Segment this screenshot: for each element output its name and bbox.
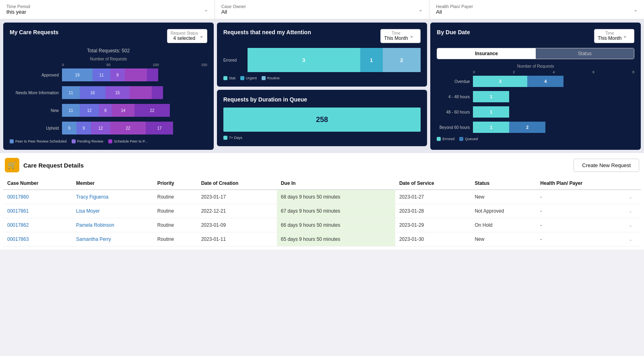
due-date-time-dropdown[interactable]: Time This Month ⌄ [594, 29, 634, 43]
due-in-cell: 65 days 9 hours 50 minutes [277, 232, 395, 246]
seg: 11 [93, 68, 110, 81]
due-label-4-48: 4 - 48 hours [437, 95, 473, 99]
date-creation-cell: 2022-12-21 [197, 204, 277, 218]
bar-label-new: New [10, 108, 62, 113]
date-creation-cell: 2023-01-11 [197, 232, 277, 246]
case-number-cell[interactable]: 00017862 [3, 218, 72, 232]
legend-stat: Stat [223, 76, 235, 80]
request-status-dropdown[interactable]: Request Status 4 selected ⌄ [167, 29, 207, 43]
bar-segs-nmi: 11 16 15 [62, 86, 163, 99]
attention-header: Requests that need my Attention Time Thi… [223, 29, 421, 43]
legend-label: Pending Review [77, 139, 103, 143]
case-number-cell[interactable]: 00017860 [3, 190, 72, 204]
case-number-cell[interactable]: 00017863 [3, 232, 72, 246]
due-bar-4-48: 4 - 48 hours 1 [437, 91, 634, 102]
due-in-cell: 68 days 9 hours 50 minutes [277, 190, 395, 204]
legend-peer: Peer to Peer Review Scheduled [10, 139, 67, 143]
legend-color [437, 137, 441, 141]
status-cell: On Hold [471, 218, 536, 232]
attention-time-dropdown[interactable]: Time This Month ⌄ [380, 29, 421, 43]
middle-column: Requests that need my Attention Time Thi… [217, 23, 427, 150]
due-segs-beyond-60: 1 2 [473, 122, 545, 133]
due-seg: 1 [473, 122, 509, 133]
member-cell[interactable]: Tracy Figueroa [72, 190, 153, 204]
attention-title: Requests that need my Attention [223, 29, 311, 35]
date-service-cell: 2023-01-27 [395, 190, 471, 204]
care-request-details-header: 🛒 Care Request Details Create New Reques… [3, 153, 641, 177]
care-icon-symbol: 🛒 [8, 161, 17, 170]
legend-color [240, 76, 244, 80]
legend-color [108, 139, 112, 143]
row-expand[interactable]: ⌄ [625, 190, 641, 204]
member-cell[interactable]: Samantha Perry [72, 232, 153, 246]
attention-time-value: This Month [384, 35, 408, 41]
legend-urgent: Urgent [240, 76, 257, 80]
tab-insurance[interactable]: Insurance [437, 48, 535, 59]
seg [152, 86, 163, 99]
legend-label: Peer to Peer Review Scheduled [15, 139, 67, 143]
col-expand [625, 177, 641, 190]
due-seg: 4 [527, 76, 564, 87]
date-service-cell: 2023-01-29 [395, 218, 471, 232]
due-bar-beyond-60: Beyond 60 hours 1 2 [437, 122, 634, 133]
case-number-cell[interactable]: 00017861 [3, 204, 72, 218]
col-priority: Priority [153, 177, 197, 190]
health-plan-cell: - [536, 190, 624, 204]
priority-cell: Routine [153, 204, 197, 218]
filter-bar: Time Period this year ⌄ Case Owner All ⌄… [0, 0, 644, 19]
due-label-overdue: Overdue [437, 79, 473, 84]
member-cell[interactable]: Pamela Robinson [72, 218, 153, 232]
date-service-cell: 2023-01-28 [395, 204, 471, 218]
case-owner-label: Case Owner [221, 4, 246, 9]
row-expand[interactable]: ⌄ [625, 204, 641, 218]
bar-segs-approved: 19 11 9 [62, 68, 158, 81]
seg: 12 [91, 122, 110, 135]
seg [130, 86, 152, 99]
legend-color [72, 139, 76, 143]
tab-status[interactable]: Status [536, 48, 634, 59]
col-due-in: Due In [277, 177, 395, 190]
health-plan-cell: - [536, 232, 624, 246]
care-details-title: Care Request Details [23, 162, 84, 169]
care-requests-table: Case Number Member Priority Date of Crea… [3, 177, 641, 246]
bar-label-nmi: Needs More Information [10, 91, 62, 95]
seg: 22 [110, 122, 146, 135]
date-service-cell: 2023-01-30 [395, 232, 471, 246]
row-expand[interactable]: ⌄ [625, 232, 641, 246]
legend-color [10, 139, 14, 143]
seg: 19 [62, 68, 93, 81]
errored-segments: 3 1 2 [248, 48, 421, 72]
health-plan-filter[interactable]: Health Plan/ Payer All ⌄ [429, 0, 644, 19]
legend-label: Stat [229, 76, 235, 80]
legend-label: Queued [465, 137, 478, 141]
legend-color [262, 76, 266, 80]
bar-label-upheld: Upheld [10, 126, 62, 130]
duration-legend: 7+ Days [223, 136, 421, 140]
bar-segs-new: 11 12 8 14 22 [62, 104, 170, 117]
col-health-plan: Health Plan/ Payer [536, 177, 624, 190]
axis-label-requests: Number of Requests [10, 57, 207, 61]
due-date-time-label: Time [598, 31, 621, 35]
health-plan-chevron: ⌄ [634, 7, 638, 12]
seg: 11 [62, 104, 80, 117]
bar-label-approved: Approved [10, 73, 62, 77]
legend-label: Errored [442, 137, 454, 141]
case-owner-filter[interactable]: Case Owner All ⌄ [215, 0, 430, 19]
time-period-filter[interactable]: Time Period this year ⌄ [0, 0, 215, 19]
request-status-chevron: ⌄ [200, 33, 203, 39]
due-segs-48-60: 1 [473, 106, 509, 118]
care-title-area: 🛒 Care Request Details [5, 158, 84, 172]
member-cell[interactable]: Lisa Moyer [72, 204, 153, 218]
row-expand[interactable]: ⌄ [625, 218, 641, 232]
due-segs-overdue: 3 4 [473, 76, 564, 87]
create-new-request-button[interactable]: Create New Request [574, 159, 639, 172]
attention-legend: Stat Urgent Routine [223, 76, 421, 80]
col-date-creation: Date of Creation [197, 177, 277, 190]
legend-schedule: Schedule Peer to P... [108, 139, 148, 143]
errored-routine: 2 [383, 48, 421, 72]
due-seg: 2 [509, 122, 545, 133]
my-care-requests-card: My Care Requests Request Status 4 select… [3, 23, 214, 150]
legend-color [223, 76, 227, 80]
legend-label: Routine [267, 76, 280, 80]
care-requests-header: My Care Requests Request Status 4 select… [10, 29, 207, 43]
